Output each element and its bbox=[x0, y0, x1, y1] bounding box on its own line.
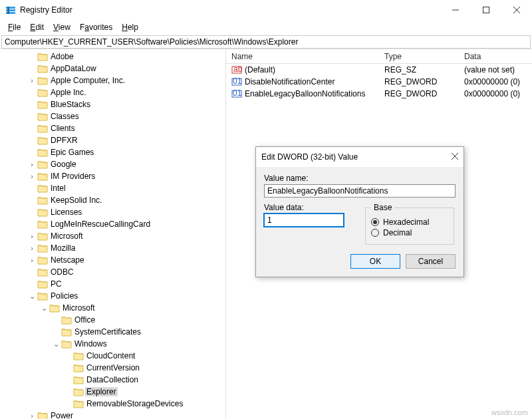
radio-hexadecimal[interactable]: Hexadecimal bbox=[371, 217, 448, 227]
value-row[interactable]: ab(Default)REG_SZ(value not set) bbox=[226, 64, 532, 76]
tree-item[interactable]: ›Microsoft bbox=[0, 230, 225, 242]
value-data: 0x00000000 (0) bbox=[464, 77, 532, 86]
tree-label: DPFXR bbox=[49, 136, 79, 145]
tree-item[interactable]: ⌄Policies bbox=[0, 290, 225, 302]
chevron-right-icon[interactable]: › bbox=[27, 172, 37, 180]
value-icon: 011 bbox=[231, 88, 242, 99]
close-button[interactable] bbox=[501, 0, 532, 20]
tree-item[interactable]: ›Netscape bbox=[0, 254, 225, 266]
chevron-right-icon[interactable]: › bbox=[27, 232, 37, 240]
chevron-right-icon[interactable]: › bbox=[27, 244, 37, 252]
radio-decimal[interactable]: Decimal bbox=[371, 228, 448, 237]
tree-view[interactable]: AdobeAppDataLow›Apple Computer, Inc.Appl… bbox=[0, 49, 226, 419]
tree-item[interactable]: ›Google bbox=[0, 158, 225, 170]
dialog-close-button[interactable] bbox=[452, 152, 458, 162]
ok-button[interactable]: OK bbox=[350, 254, 400, 269]
chevron-down-icon[interactable]: ⌄ bbox=[39, 304, 49, 313]
address-bar[interactable]: Computer\HKEY_CURRENT_USER\Software\Poli… bbox=[1, 35, 531, 49]
tree-item[interactable]: Intel bbox=[0, 182, 225, 194]
chevron-right-icon[interactable]: › bbox=[27, 76, 37, 84]
folder-icon bbox=[37, 255, 48, 265]
tree-item[interactable]: BlueStacks bbox=[0, 98, 225, 110]
tree-item[interactable]: RemovableStorageDevices bbox=[0, 398, 225, 410]
tree-label: Adobe bbox=[49, 52, 75, 61]
menu-help[interactable]: Help bbox=[118, 21, 142, 33]
menu-view[interactable]: View bbox=[49, 21, 74, 33]
menu-favorites[interactable]: Favorites bbox=[76, 21, 116, 33]
tree-item[interactable]: DataCollection bbox=[0, 374, 225, 386]
value-name: EnableLegacyBalloonNotifications bbox=[245, 89, 384, 98]
tree-label: Explorer bbox=[85, 387, 118, 396]
value-data-input[interactable] bbox=[264, 213, 344, 227]
chevron-right-icon[interactable]: › bbox=[27, 256, 37, 264]
tree-item[interactable]: DPFXR bbox=[0, 134, 225, 146]
column-type[interactable]: Type bbox=[384, 52, 464, 61]
value-row[interactable]: 011EnableLegacyBalloonNotificationsREG_D… bbox=[226, 88, 532, 100]
chevron-right-icon[interactable]: › bbox=[27, 412, 37, 419]
chevron-down-icon[interactable]: ⌄ bbox=[27, 292, 37, 301]
tree-item[interactable]: CloudContent bbox=[0, 350, 225, 362]
menubar: File Edit View Favorites Help bbox=[0, 20, 532, 35]
tree-item[interactable]: ›Mozilla bbox=[0, 242, 225, 254]
folder-icon bbox=[37, 147, 48, 158]
watermark: wsxdn.com bbox=[491, 408, 528, 416]
folder-icon bbox=[37, 135, 48, 146]
menu-file[interactable]: File bbox=[4, 21, 25, 33]
value-icon: 011 bbox=[231, 76, 242, 87]
tree-item[interactable]: Classes bbox=[0, 110, 225, 122]
tree-item[interactable]: ODBC bbox=[0, 266, 225, 278]
minimize-button[interactable] bbox=[440, 0, 471, 20]
tree-item[interactable]: Apple Inc. bbox=[0, 86, 225, 98]
menu-edit[interactable]: Edit bbox=[26, 21, 48, 33]
value-icon: ab bbox=[231, 65, 242, 75]
folder-icon bbox=[37, 207, 48, 217]
tree-label: PC bbox=[49, 279, 63, 289]
folder-icon bbox=[37, 75, 48, 86]
tree-label: Apple Computer, Inc. bbox=[49, 76, 126, 85]
tree-label: BlueStacks bbox=[49, 100, 92, 109]
folder-icon bbox=[37, 267, 48, 277]
tree-item[interactable]: ›Power bbox=[0, 410, 225, 419]
tree-label: Power bbox=[49, 411, 74, 419]
folder-icon bbox=[37, 183, 48, 194]
tree-item[interactable]: ⌄Windows bbox=[0, 338, 225, 350]
tree-label: Microsoft bbox=[61, 303, 96, 313]
cancel-button[interactable]: Cancel bbox=[406, 254, 456, 269]
tree-label: Windows bbox=[73, 339, 108, 349]
tree-label: CloudContent bbox=[85, 351, 136, 360]
tree-label: DataCollection bbox=[85, 375, 140, 384]
folder-icon bbox=[37, 171, 48, 182]
tree-item[interactable]: Clients bbox=[0, 122, 225, 134]
chevron-right-icon[interactable]: › bbox=[27, 160, 37, 168]
tree-label: IM Providers bbox=[49, 172, 96, 181]
folder-icon bbox=[37, 111, 48, 122]
tree-label: Clients bbox=[49, 124, 76, 133]
tree-item[interactable]: ›IM Providers bbox=[0, 170, 225, 182]
tree-item[interactable]: KeepSolid Inc. bbox=[0, 194, 225, 206]
folder-icon bbox=[37, 123, 48, 134]
tree-item[interactable]: Explorer bbox=[0, 386, 225, 398]
tree-item[interactable]: PC bbox=[0, 278, 225, 290]
tree-item[interactable]: SystemCertificates bbox=[0, 326, 225, 338]
tree-item[interactable]: Office bbox=[0, 314, 225, 326]
tree-item[interactable]: Epic Games bbox=[0, 146, 225, 158]
tree-item[interactable]: LogMeInRescueCallingCard bbox=[0, 218, 225, 230]
value-name-input[interactable] bbox=[264, 184, 456, 198]
tree-item[interactable]: ›Apple Computer, Inc. bbox=[0, 74, 225, 86]
folder-icon bbox=[37, 99, 48, 110]
folder-icon bbox=[61, 315, 72, 325]
folder-icon bbox=[37, 159, 48, 170]
value-row[interactable]: 011DisableNotificationCenterREG_DWORD0x0… bbox=[226, 76, 532, 88]
tree-label: RemovableStorageDevices bbox=[85, 399, 184, 408]
column-data[interactable]: Data bbox=[464, 52, 532, 61]
tree-label: Classes bbox=[49, 112, 80, 121]
maximize-button[interactable] bbox=[471, 0, 501, 20]
tree-item[interactable]: ⌄Microsoft bbox=[0, 302, 225, 314]
tree-item[interactable]: Adobe bbox=[0, 51, 225, 63]
chevron-down-icon[interactable]: ⌄ bbox=[51, 340, 61, 349]
tree-item[interactable]: CurrentVersion bbox=[0, 362, 225, 374]
tree-item[interactable]: AppDataLow bbox=[0, 63, 225, 74]
column-name[interactable]: Name bbox=[231, 52, 384, 61]
folder-icon bbox=[37, 231, 48, 241]
tree-item[interactable]: Licenses bbox=[0, 206, 225, 218]
